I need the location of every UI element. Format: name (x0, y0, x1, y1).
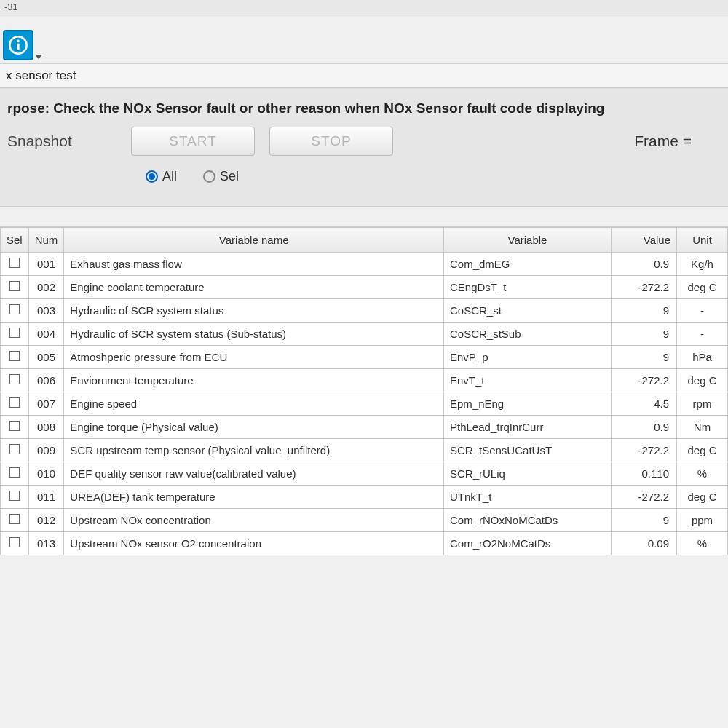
checkbox-icon[interactable] (9, 374, 20, 384)
table-header-row: Sel Num Variable name Variable Value Uni… (1, 228, 728, 253)
table-row[interactable]: 002Engine coolant temperatureCEngDsT_t-2… (1, 276, 728, 299)
stop-button[interactable]: STOP (269, 127, 393, 156)
row-unit: - (677, 323, 728, 346)
row-variable-name: Exhaust gas mass flow (64, 253, 444, 276)
col-header-value[interactable]: Value (612, 228, 677, 253)
row-value: 0.9 (612, 416, 677, 439)
row-unit: deg C (677, 439, 728, 462)
row-checkbox-cell[interactable] (1, 416, 29, 439)
checkbox-icon[interactable] (9, 351, 20, 361)
checkbox-icon[interactable] (9, 514, 20, 524)
table-row[interactable]: 004Hydraulic of SCR system status (Sub-s… (1, 323, 728, 346)
frame-label: Frame = (634, 132, 721, 150)
checkbox-icon[interactable] (9, 491, 20, 501)
row-num: 009 (28, 439, 64, 462)
table-row[interactable]: 003Hydraulic of SCR system statusCoSCR_s… (1, 299, 728, 323)
row-variable-name: Hydraulic of SCR system status (64, 299, 444, 323)
row-num: 013 (28, 532, 64, 555)
row-value: 4.5 (612, 392, 677, 416)
checkbox-icon[interactable] (9, 397, 20, 408)
controls-row: Snapshot START STOP Frame = (0, 122, 728, 163)
toolbar (0, 17, 728, 64)
row-variable: Com_rO2NoMCatDs (444, 532, 612, 555)
row-checkbox-cell[interactable] (1, 486, 29, 509)
table-row[interactable]: 006Enviornment temperatureEnvT_t-272.2de… (1, 369, 728, 392)
page-subtitle: x sensor test (0, 64, 728, 88)
row-checkbox-cell[interactable] (1, 299, 29, 323)
row-variable: EnvP_p (444, 346, 612, 369)
toolbar-dropdown[interactable] (33, 55, 44, 63)
col-header-name[interactable]: Variable name (64, 228, 444, 253)
row-value: -272.2 (612, 439, 677, 462)
row-unit: deg C (677, 486, 728, 509)
row-num: 012 (28, 509, 64, 532)
checkbox-icon[interactable] (9, 304, 20, 314)
variables-table: Sel Num Variable name Variable Value Uni… (0, 227, 728, 555)
row-unit: % (677, 532, 728, 555)
row-unit: % (677, 462, 728, 486)
row-variable: Com_dmEG (444, 253, 612, 276)
row-num: 003 (28, 299, 64, 323)
start-button[interactable]: START (131, 127, 255, 156)
row-num: 008 (28, 416, 64, 439)
radio-sel[interactable]: Sel (203, 169, 239, 184)
row-value: 0.09 (612, 532, 677, 555)
table-row[interactable]: 007Engine speedEpm_nEng4.5rpm (1, 392, 728, 416)
checkbox-icon[interactable] (9, 444, 20, 454)
table-row[interactable]: 001Exhaust gas mass flowCom_dmEG0.9Kg/h (1, 253, 728, 276)
row-variable: Epm_nEng (444, 392, 612, 416)
table-row[interactable]: 009SCR upstream temp sensor (Physical va… (1, 439, 728, 462)
svg-point-1 (17, 40, 20, 43)
table-row[interactable]: 008Engine torque (Physical value)PthLead… (1, 416, 728, 439)
col-header-num[interactable]: Num (28, 228, 64, 253)
table-row[interactable]: 013Upstream NOx sensor O2 concentraionCo… (1, 532, 728, 555)
checkbox-icon[interactable] (9, 467, 20, 478)
row-variable-name: Engine speed (64, 392, 444, 416)
table-row[interactable]: 012Upstream NOx concentrationCom_rNOxNoM… (1, 509, 728, 532)
row-value: 9 (612, 323, 677, 346)
row-num: 010 (28, 462, 64, 486)
subtitle-text: x sensor test (6, 68, 76, 82)
info-button[interactable] (3, 30, 33, 60)
row-checkbox-cell[interactable] (1, 392, 29, 416)
filter-radio-group: All Sel (0, 163, 728, 207)
row-checkbox-cell[interactable] (1, 253, 29, 276)
row-checkbox-cell[interactable] (1, 462, 29, 486)
row-value: 9 (612, 299, 677, 323)
row-variable: UTnkT_t (444, 486, 612, 509)
checkbox-icon[interactable] (9, 328, 20, 338)
svg-rect-2 (17, 44, 19, 50)
row-num: 006 (28, 369, 64, 392)
radio-all[interactable]: All (146, 169, 177, 184)
table-row[interactable]: 010DEF quality sensor raw value(calibrat… (1, 462, 728, 486)
row-unit: deg C (677, 276, 728, 299)
row-variable-name: Engine torque (Physical value) (64, 416, 444, 439)
row-variable-name: Atmoshperic pressure from ECU (64, 346, 444, 369)
row-unit: - (677, 299, 728, 323)
row-checkbox-cell[interactable] (1, 323, 29, 346)
row-unit: Kg/h (677, 253, 728, 276)
row-num: 002 (28, 276, 64, 299)
checkbox-icon[interactable] (9, 421, 20, 431)
row-variable-name: Enviornment temperature (64, 369, 444, 392)
row-variable: CoSCR_stSub (444, 323, 612, 346)
col-header-sel[interactable]: Sel (1, 228, 29, 253)
row-checkbox-cell[interactable] (1, 276, 29, 299)
row-checkbox-cell[interactable] (1, 346, 29, 369)
table-row[interactable]: 005Atmoshperic pressure from ECUEnvP_p9h… (1, 346, 728, 369)
chevron-down-icon (35, 55, 42, 59)
row-checkbox-cell[interactable] (1, 439, 29, 462)
col-header-unit[interactable]: Unit (677, 228, 728, 253)
col-header-var[interactable]: Variable (444, 228, 612, 253)
row-checkbox-cell[interactable] (1, 532, 29, 555)
row-num: 005 (28, 346, 64, 369)
row-value: -272.2 (612, 369, 677, 392)
row-checkbox-cell[interactable] (1, 509, 29, 532)
row-checkbox-cell[interactable] (1, 369, 29, 392)
checkbox-icon[interactable] (9, 537, 20, 547)
checkbox-icon[interactable] (9, 258, 20, 268)
row-variable-name: Upstream NOx concentration (64, 509, 444, 532)
table-row[interactable]: 011UREA(DEF) tank temperatureUTnkT_t-272… (1, 486, 728, 509)
row-value: -272.2 (612, 486, 677, 509)
checkbox-icon[interactable] (9, 281, 20, 291)
